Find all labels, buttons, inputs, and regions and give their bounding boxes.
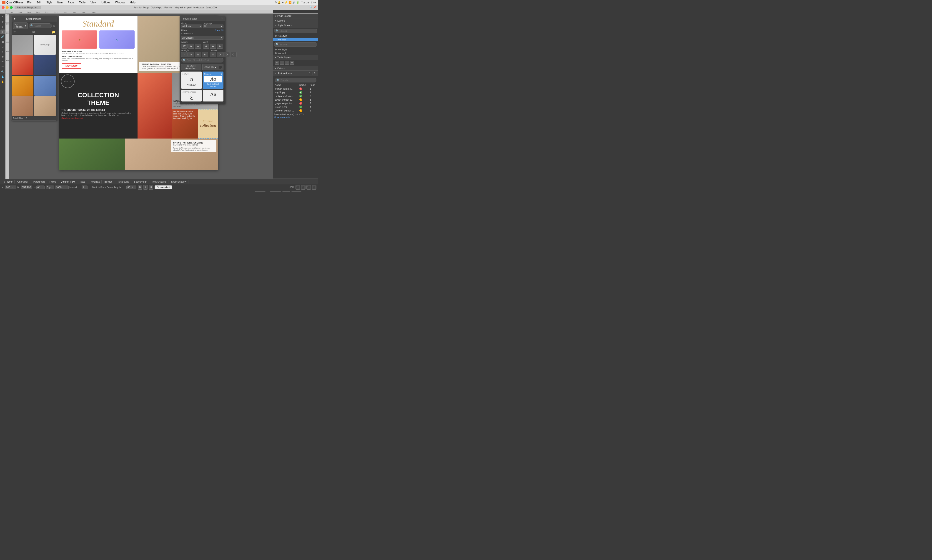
tool-rotate[interactable]: ↻ [0, 20, 5, 24]
fm-width-btn-3[interactable]: A [217, 44, 223, 49]
menu-utilities[interactable]: Utilities [100, 0, 111, 5]
tool-text[interactable]: T [0, 29, 5, 34]
fm-contrast-btn-3[interactable]: O [224, 52, 230, 57]
pl-more-info[interactable]: More Information [274, 116, 317, 119]
align-left-btn[interactable]: ⬛ [296, 185, 300, 189]
pl-search-input[interactable] [281, 79, 315, 82]
rotation-2-input[interactable] [282, 191, 290, 192]
fm-xh-btn-2[interactable]: h [188, 52, 194, 57]
tab-space-align[interactable]: Space/Align [132, 180, 149, 183]
align-center-btn[interactable]: ⬛ [301, 185, 306, 189]
tool-crop[interactable]: ⊹ [0, 25, 5, 29]
menu-view[interactable]: View [89, 0, 97, 5]
tab-drop-shadow[interactable]: Drop Shadow [169, 180, 188, 183]
menu-edit[interactable]: Edit [36, 0, 42, 5]
fm-language-select[interactable]: All ▾ [203, 25, 224, 28]
tool-link[interactable]: 🔗 [0, 34, 5, 39]
menu-window[interactable]: Window [114, 0, 126, 5]
stock-image[interactable] [12, 75, 33, 95]
pl-icon-2[interactable]: ↻ [314, 72, 316, 75]
file-tab[interactable]: Fashion_Magazin... [15, 6, 41, 9]
fm-library-select[interactable]: All Fonts ▾ [181, 25, 202, 28]
stock-image[interactable] [34, 96, 56, 116]
stock-search[interactable]: 🔍 [29, 23, 52, 28]
fm-quick-search[interactable]: 🔍 [181, 58, 224, 62]
close-button[interactable] [2, 6, 5, 9]
tool-table[interactable]: ▦ [0, 40, 5, 44]
fm-card-typefaces[interactable]: 484 TypeFaces ع [181, 90, 202, 102]
page-layout-header[interactable]: ▶ Page Layout [273, 14, 318, 18]
fm-tab-avenir-cond[interactable]: Ultra Light ● [202, 64, 224, 71]
fm-contrast-btn-2[interactable]: O [217, 52, 223, 57]
pl-table-row[interactable]: Group 3.png ✓ 4 [274, 105, 317, 109]
tab-paragraph[interactable]: Paragraph [31, 180, 46, 183]
tab-tabs[interactable]: Tabs [78, 180, 87, 183]
fm-width-btn-1[interactable]: A [203, 44, 209, 49]
tool-zoom[interactable]: 🔍 [0, 69, 5, 74]
buy-now-button[interactable]: BUY NOW [62, 63, 81, 69]
tool-pan[interactable]: ✋ [0, 80, 5, 84]
ts-icon-3[interactable]: ✓ [285, 61, 289, 65]
picture-links-header[interactable]: ▼ Picture Links ⬛ ↻ [273, 71, 318, 76]
tab-home[interactable]: ⌂ Home [2, 180, 15, 183]
percent-1-input[interactable] [46, 186, 54, 189]
h-input[interactable] [270, 191, 281, 192]
fm-weight-btn-2[interactable]: W [188, 44, 194, 49]
menu-file[interactable]: File [26, 0, 32, 5]
style-item-normal-2[interactable]: Normal [273, 51, 318, 55]
tab-text-shading[interactable]: Text Shading [150, 180, 169, 183]
size-input[interactable] [127, 186, 136, 189]
tool-arrow[interactable]: ↖ [0, 15, 5, 19]
fm-clear-all[interactable]: Clear All [215, 29, 224, 32]
tool-star[interactable]: ★ [0, 54, 5, 59]
tool-pen[interactable]: ✏ [0, 60, 5, 64]
font-manager-close[interactable]: ✕ [221, 17, 223, 20]
fm-width-btn-2[interactable]: A [210, 44, 216, 49]
fm-tab-avenir[interactable]: 12 Styles Avenir Next [181, 64, 201, 71]
page-num-input[interactable] [82, 186, 88, 189]
grid-icon[interactable]: ⊞ [32, 30, 35, 34]
stock-search-input[interactable] [34, 25, 50, 27]
project-select[interactable]: My Project... ▾ [13, 23, 28, 29]
pl-table-row[interactable]: grayscale-photo-... ! 3 [274, 102, 317, 105]
pl-table-row[interactable]: img22.jpg ✓ 2 [274, 91, 317, 94]
fm-classification-select[interactable]: All Classes ▾ [181, 36, 224, 40]
style-search-input-2[interactable] [279, 43, 316, 46]
style-search-1[interactable]: 🔍 [274, 29, 317, 33]
align-justify-btn[interactable]: ⬛ [312, 185, 316, 189]
ts-icon-1[interactable]: ✏ [275, 61, 279, 65]
fm-card-aa[interactable]: Aa [203, 90, 224, 102]
stock-image[interactable]: RivaCorp [34, 35, 56, 55]
heart-icon[interactable]: ♡ [13, 30, 16, 34]
menu-table[interactable]: Table [78, 0, 86, 5]
stock-panel-menu-icon[interactable]: ⋯ [52, 17, 55, 21]
tab-column-flow[interactable]: Column Flow [59, 180, 77, 183]
pl-search[interactable]: 🔍 [275, 78, 316, 82]
fm-xh-btn-1[interactable]: h [181, 52, 188, 57]
menu-page[interactable]: Page [66, 0, 75, 5]
layers-header[interactable]: ▶ Layers [273, 18, 318, 23]
x-input[interactable]: [object Object] [5, 186, 16, 189]
fm-card-back-to-black[interactable]: ♥ Regular Aa Back to Black Demo [203, 72, 224, 89]
pl-table-row[interactable]: Pinkpurse-03-24... ✓ 2 [274, 94, 317, 98]
underline-btn[interactable]: U [149, 185, 153, 189]
pl-table-row[interactable]: photo-of-woman-... ! 4 [274, 109, 317, 112]
tool-scissors[interactable]: ✂ [0, 65, 5, 69]
style-item-no-style-2[interactable]: No Style [273, 48, 318, 51]
tool-rect[interactable]: □ [0, 45, 5, 49]
tab-runaround[interactable]: Runaround [115, 180, 131, 183]
table-styles-header[interactable]: ▶ Table Styles [273, 55, 318, 60]
percent-2-input[interactable] [291, 191, 302, 192]
ts-icon-4[interactable]: ↻ [290, 61, 294, 65]
refresh-icon[interactable]: ↻ [53, 24, 55, 28]
tool-eyedropper[interactable]: 💧 [0, 74, 5, 79]
style-item-no-style-1[interactable]: No Style [273, 34, 318, 38]
fm-contrast-btn-1[interactable]: O [210, 52, 216, 57]
tab-character[interactable]: Character [15, 180, 30, 183]
bold-btn[interactable]: B [138, 185, 142, 189]
pl-table-row[interactable]: woman-in-red-st... ! 1 [274, 87, 317, 91]
fm-weight-btn-1[interactable]: W [181, 44, 188, 49]
w-input[interactable]: [object Object] [21, 186, 32, 189]
fm-search-input[interactable] [187, 59, 222, 62]
fm-contrast-btn-4[interactable]: O [230, 52, 237, 57]
